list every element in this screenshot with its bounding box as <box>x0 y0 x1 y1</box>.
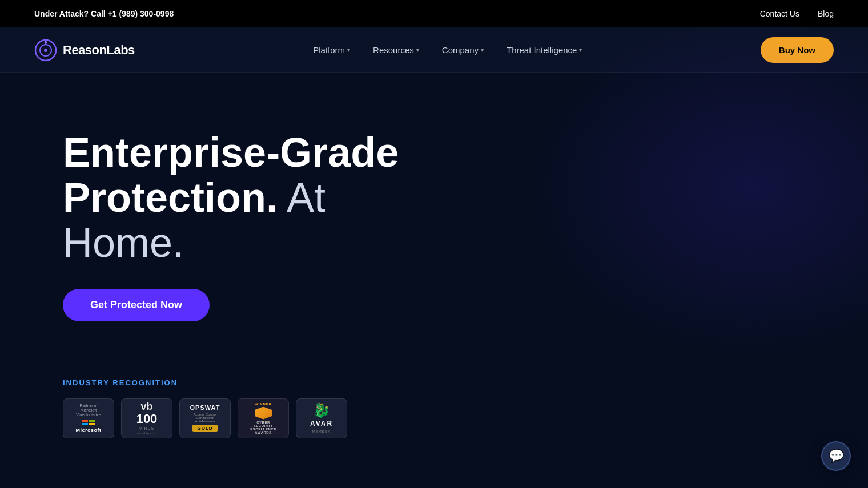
nav-links: Platform ▾ Resources ▾ Company ▾ Threat … <box>304 41 591 59</box>
badge-avar: 🐉 AVAR MEMBER <box>296 398 347 438</box>
opswat-label: OPSWAT <box>190 404 220 411</box>
get-protected-button[interactable]: Get Protected Now <box>63 289 210 321</box>
svg-point-2 <box>44 49 47 52</box>
chevron-down-icon: ▾ <box>416 47 419 53</box>
avar-member-label: MEMBER <box>312 430 331 433</box>
nav-item-platform[interactable]: Platform ▾ <box>304 41 359 59</box>
chat-icon: 💬 <box>829 449 844 463</box>
badge-microsoft: Partner ofMicrosoftVirus Initiative Micr… <box>63 398 114 438</box>
hero-section: Enterprise-Grade Protection. At Home. Ge… <box>0 73 400 356</box>
chevron-down-icon: ▾ <box>347 47 350 53</box>
nav-item-resources[interactable]: Resources ▾ <box>364 41 428 59</box>
badge-microsoft-text: Partner ofMicrosoftVirus Initiative <box>76 404 101 418</box>
buy-now-button[interactable]: Buy Now <box>761 37 834 63</box>
vb-virus-label: VIRUS <box>139 426 154 430</box>
main-navbar: ReasonLabs Platform ▾ Resources ▾ Compan… <box>0 27 868 73</box>
main-content: Enterprise-Grade Protection. At Home. Ge… <box>0 73 868 473</box>
blog-link[interactable]: Blog <box>818 9 834 18</box>
recognition-label: INDUSTRY RECOGNITION <box>63 378 805 387</box>
chevron-down-icon: ▾ <box>579 47 582 53</box>
hero-title-bold: Enterprise-Grade Protection. <box>63 130 399 220</box>
microsoft-logo-icon <box>82 420 95 425</box>
contact-us-link[interactable]: Contact Us <box>760 9 799 18</box>
hero-title: Enterprise-Grade Protection. At Home. <box>63 130 400 266</box>
logo-link[interactable]: ReasonLabs <box>34 39 135 62</box>
top-bar-links: Contact Us Blog <box>760 9 834 18</box>
microsoft-label: Microsoft <box>76 427 102 433</box>
nav-item-company[interactable]: Company ▾ <box>433 41 493 59</box>
opswat-gold-label: GOLD <box>192 425 217 432</box>
cyber-text-label: CYBERSECURITYEXCELLENCEAWARDS <box>250 421 276 434</box>
avar-label: AVAR <box>310 420 333 427</box>
vb-site-label: virusbtn.com <box>137 431 156 435</box>
nav-item-threat-intelligence[interactable]: Threat Intelligence ▾ <box>497 41 591 59</box>
logo-icon <box>34 39 57 62</box>
badge-cyber: WINNER CYBERSECURITYEXCELLENCEAWARDS <box>238 398 289 438</box>
vb-100-label: 100 <box>136 413 158 425</box>
opswat-sub-label: Access Control CertificationAnti-Malware <box>184 413 226 423</box>
cyber-winner-label: WINNER <box>255 402 272 406</box>
vb-label: vb <box>140 401 152 412</box>
cyber-shield-icon <box>255 407 272 420</box>
top-bar: Under Attack? Call +1 (989) 300-0998 Con… <box>0 0 868 27</box>
chevron-down-icon: ▾ <box>481 47 484 53</box>
alert-text: Under Attack? Call +1 (989) 300-0998 <box>34 9 174 18</box>
badge-opswat: OPSWAT Access Control CertificationAnti-… <box>179 398 231 438</box>
avar-dragon-icon: 🐉 <box>313 404 330 417</box>
badge-vb100: vb 100 VIRUS virusbtn.com <box>121 398 172 438</box>
recognition-section: INDUSTRY RECOGNITION Partner ofMicrosoft… <box>0 356 868 473</box>
badges-container: Partner ofMicrosoftVirus Initiative Micr… <box>63 398 805 438</box>
logo-text: ReasonLabs <box>63 43 135 58</box>
chat-widget[interactable]: 💬 <box>821 441 851 471</box>
svg-point-4 <box>45 41 47 43</box>
